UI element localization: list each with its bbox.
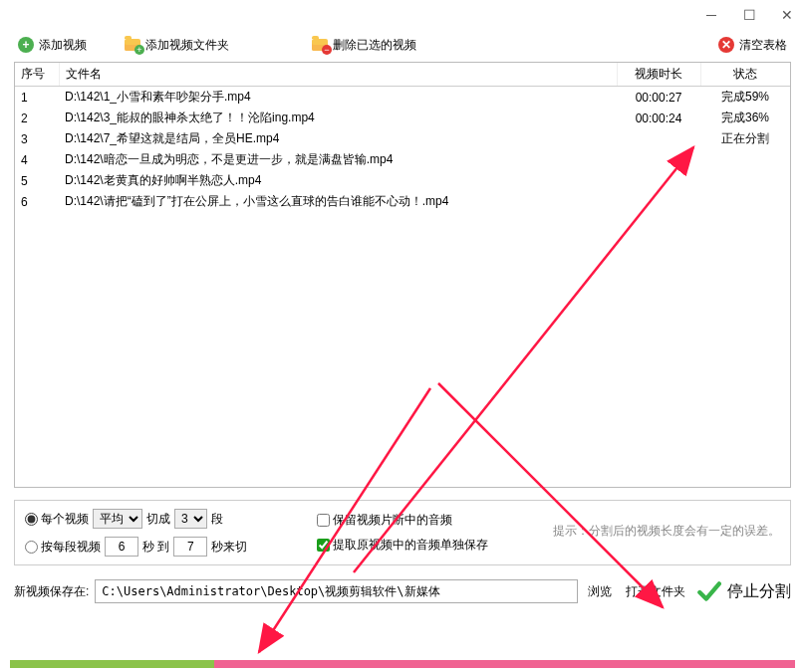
cell-duration [617, 170, 700, 191]
cell-name: D:\142\请把“磕到了”打在公屏上，小雪这么直球的告白谁能不心动！.mp4 [59, 191, 617, 212]
cell-status [700, 149, 790, 170]
add-video-button[interactable]: + 添加视频 [14, 35, 91, 56]
folder-add-icon [125, 39, 140, 51]
cell-status: 正在分割 [700, 128, 790, 149]
table-row[interactable]: 1D:\142\1_小雪和素年吵架分手.mp400:00:27完成59% [15, 87, 790, 109]
save-row: 新视频保存在: 浏览 打开文件夹 停止分割 [14, 575, 791, 607]
close-button[interactable]: ✕ [777, 5, 797, 25]
stop-split-button[interactable]: 停止分割 [727, 581, 791, 602]
cell-no: 2 [15, 108, 59, 128]
segments-select[interactable]: 12345 [174, 509, 207, 529]
cell-name: D:\142\7_希望这就是结局，全员HE.mp4 [59, 128, 617, 149]
clear-table-label: 清空表格 [739, 37, 787, 54]
cell-name: D:\142\老黄真的好帅啊半熟恋人.mp4 [59, 170, 617, 191]
seconds-to-input[interactable] [173, 537, 207, 557]
minimize-button[interactable]: ─ [701, 5, 721, 25]
cell-no: 1 [15, 87, 59, 109]
cell-duration [617, 128, 700, 149]
progress-bar [10, 660, 795, 668]
cut-label: 切成 [146, 511, 170, 528]
seconds-to-label: 秒 到 [142, 539, 169, 556]
video-table[interactable]: 序号 文件名 视频时长 状态 1D:\142\1_小雪和素年吵架分手.mp400… [15, 63, 790, 212]
cell-no: 4 [15, 149, 59, 170]
cell-name: D:\142\3_能叔的眼神杀太绝了！！沦陷ing.mp4 [59, 108, 617, 128]
cell-status: 完成59% [700, 87, 790, 109]
video-table-wrap: 序号 文件名 视频时长 状态 1D:\142\1_小雪和素年吵架分手.mp400… [14, 62, 791, 488]
radio-each-video[interactable]: 每个视频 [25, 511, 89, 528]
add-folder-label: 添加视频文件夹 [145, 37, 229, 54]
check-extract-audio[interactable]: 提取原视频中的音频单独保存 [317, 537, 488, 554]
col-header-status[interactable]: 状态 [700, 63, 790, 87]
save-label: 新视频保存在: [14, 583, 89, 600]
titlebar: ─ ☐ ✕ [0, 0, 805, 30]
cell-no: 6 [15, 191, 59, 212]
open-folder-button[interactable]: 打开文件夹 [622, 583, 689, 600]
browse-button[interactable]: 浏览 [584, 583, 616, 600]
add-folder-button[interactable]: 添加视频文件夹 [121, 35, 233, 56]
seconds-from-input[interactable] [105, 537, 138, 557]
check-icon [695, 579, 721, 603]
table-row[interactable]: 2D:\142\3_能叔的眼神杀太绝了！！沦陷ing.mp400:00:24完成… [15, 108, 790, 128]
cell-duration [617, 191, 700, 212]
progress-fill [10, 660, 214, 668]
col-header-name[interactable]: 文件名 [59, 63, 617, 87]
x-icon: ✕ [718, 37, 734, 53]
plus-icon: + [18, 37, 34, 53]
cell-status [700, 170, 790, 191]
col-header-no[interactable]: 序号 [15, 63, 59, 87]
maximize-button[interactable]: ☐ [739, 5, 759, 25]
segments-suffix: 段 [211, 511, 223, 528]
delete-selected-label: 删除已选的视频 [333, 37, 416, 54]
seconds-suffix: 秒来切 [211, 539, 247, 556]
hint-text: 提示：分割后的视频长度会有一定的误差。 [553, 523, 780, 540]
save-path-input[interactable] [95, 579, 578, 603]
cell-duration [617, 149, 700, 170]
cell-name: D:\142\1_小雪和素年吵架分手.mp4 [59, 87, 617, 109]
add-video-label: 添加视频 [39, 37, 87, 54]
table-row[interactable]: 3D:\142\7_希望这就是结局，全员HE.mp4正在分割 [15, 128, 790, 149]
cell-duration: 00:00:27 [617, 87, 700, 109]
cell-status [700, 191, 790, 212]
check-keep-audio[interactable]: 保留视频片断中的音频 [317, 512, 488, 529]
clear-table-button[interactable]: ✕ 清空表格 [714, 35, 791, 56]
mode-select[interactable]: 平均 [93, 509, 142, 529]
cell-no: 3 [15, 128, 59, 149]
table-row[interactable]: 6D:\142\请把“磕到了”打在公屏上，小雪这么直球的告白谁能不心动！.mp4 [15, 191, 790, 212]
cell-status: 完成36% [700, 108, 790, 128]
folder-delete-icon [312, 39, 328, 51]
table-header-row: 序号 文件名 视频时长 状态 [15, 63, 790, 87]
table-row[interactable]: 4D:\142\暗恋一旦成为明恋，不是更进一步，就是满盘皆输.mp4 [15, 149, 790, 170]
cell-duration: 00:00:24 [617, 108, 700, 128]
toolbar: + 添加视频 添加视频文件夹 删除已选的视频 ✕ 清空表格 [0, 30, 805, 60]
cell-no: 5 [15, 170, 59, 191]
split-options-panel: 每个视频 平均 切成 12345 段 按每段视频 秒 到 秒来切 保留视频片断中… [14, 500, 791, 565]
col-header-duration[interactable]: 视频时长 [617, 63, 700, 87]
table-row[interactable]: 5D:\142\老黄真的好帅啊半熟恋人.mp4 [15, 170, 790, 191]
cell-name: D:\142\暗恋一旦成为明恋，不是更进一步，就是满盘皆输.mp4 [59, 149, 617, 170]
radio-each-segment[interactable]: 按每段视频 [25, 539, 101, 556]
delete-selected-button[interactable]: 删除已选的视频 [308, 35, 420, 56]
